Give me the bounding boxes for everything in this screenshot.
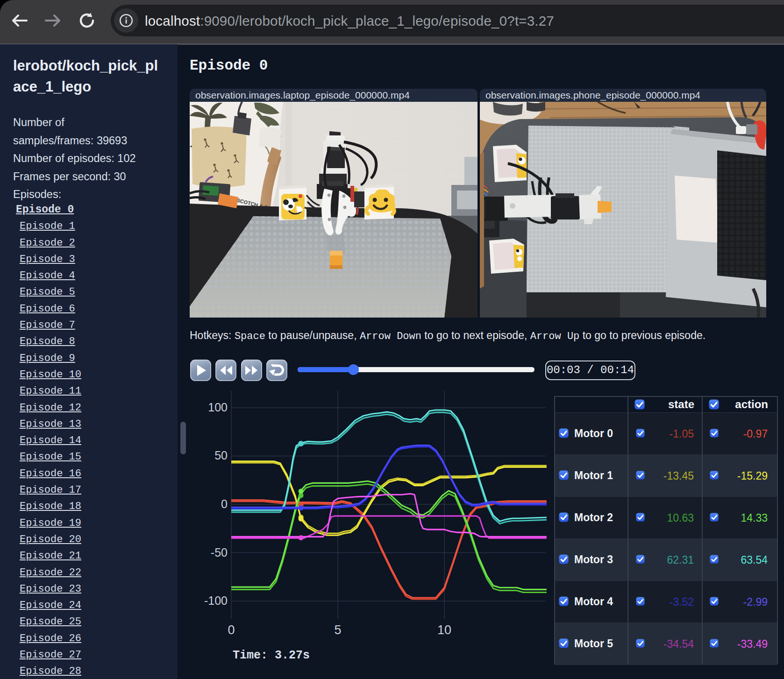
svg-text:100: 100	[208, 401, 228, 414]
svg-text:50: 50	[214, 449, 228, 462]
svg-text:5: 5	[334, 623, 341, 637]
svg-text:0: 0	[228, 623, 235, 637]
svg-text:0: 0	[221, 497, 228, 510]
svg-text:-50: -50	[211, 546, 228, 559]
svg-text:Time: 3.27s: Time: 3.27s	[233, 649, 310, 662]
svg-text:-100: -100	[204, 594, 228, 607]
svg-text:10: 10	[437, 623, 451, 637]
